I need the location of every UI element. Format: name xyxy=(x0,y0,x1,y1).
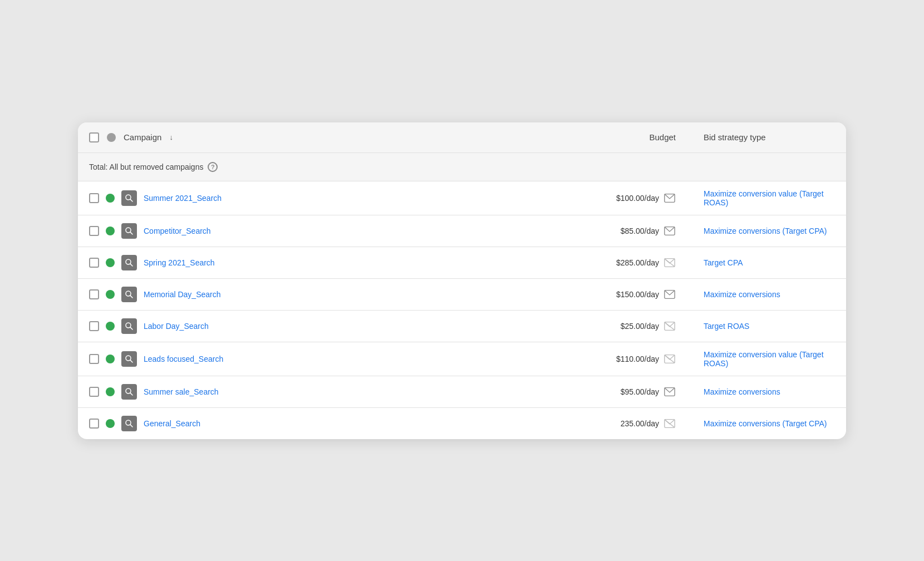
budget-cell: $85.00/day xyxy=(554,215,692,247)
bid-strategy-value-3[interactable]: Target CPA xyxy=(704,258,743,267)
mail-active-icon xyxy=(663,225,676,237)
status-dot-5 xyxy=(106,322,115,331)
mail-active-icon xyxy=(663,288,676,301)
campaign-name-7[interactable]: Summer sale_Search xyxy=(144,387,219,396)
row-checkbox-8[interactable] xyxy=(89,419,99,429)
total-row-label: Total: All but removed campaigns xyxy=(89,163,203,171)
campaign-type-icon-4 xyxy=(121,287,137,302)
campaign-type-icon-8 xyxy=(121,416,137,431)
row-checkbox-6[interactable] xyxy=(89,354,99,364)
budget-cell: 235.00/day xyxy=(554,407,692,439)
budget-col-label: Budget xyxy=(649,132,676,142)
campaign-name-5[interactable]: Labor Day_Search xyxy=(144,322,209,331)
table-row: Labor Day_Search $25.00/day Target ROAS xyxy=(78,310,846,342)
campaign-type-icon-7 xyxy=(121,384,137,400)
campaign-name-4[interactable]: Memorial Day_Search xyxy=(144,290,221,299)
campaign-cell: Spring 2021_Search xyxy=(78,247,554,278)
bid-col-label: Bid strategy type xyxy=(704,132,766,142)
table-row: General_Search 235.00/day Maximize conve… xyxy=(78,407,846,439)
campaign-cell: Memorial Day_Search xyxy=(78,278,554,310)
campaign-type-icon-5 xyxy=(121,318,137,334)
campaign-name-3[interactable]: Spring 2021_Search xyxy=(144,258,215,267)
row-checkbox-7[interactable] xyxy=(89,387,99,397)
campaign-type-icon-1 xyxy=(121,190,137,206)
campaign-cell: General_Search xyxy=(78,407,554,439)
mail-inactive-icon xyxy=(663,257,676,269)
budget-value-4: $150.00/day xyxy=(616,290,659,299)
status-dot-2 xyxy=(106,227,115,235)
mail-active-icon xyxy=(663,192,676,204)
budget-cell: $150.00/day xyxy=(554,278,692,310)
campaign-name-8[interactable]: General_Search xyxy=(144,419,200,428)
bid-strategy-value-6[interactable]: Maximize conversion value (Target ROAS) xyxy=(704,350,824,368)
budget-value-7: $95.00/day xyxy=(621,387,659,396)
mail-active-icon xyxy=(663,386,676,398)
bid-strategy-cell: Maximize conversions xyxy=(692,376,846,407)
bid-strategy-cell: Target ROAS xyxy=(692,310,846,342)
campaign-cell: Competitor_Search xyxy=(78,215,554,247)
campaign-name-2[interactable]: Competitor_Search xyxy=(144,227,211,235)
mail-inactive-icon xyxy=(663,353,676,365)
campaign-col-label: Campaign xyxy=(124,132,161,142)
bid-strategy-cell: Target CPA xyxy=(692,247,846,278)
bid-strategy-value-1[interactable]: Maximize conversion value (Target ROAS) xyxy=(704,189,824,207)
bid-strategy-cell: Maximize conversions xyxy=(692,278,846,310)
campaign-cell: Labor Day_Search xyxy=(78,310,554,342)
row-checkbox-3[interactable] xyxy=(89,258,99,268)
bid-strategy-cell: Maximize conversions (Target CPA) xyxy=(692,215,846,247)
mail-inactive-icon xyxy=(663,417,676,430)
help-icon[interactable]: ? xyxy=(208,162,218,172)
campaign-column-header: Campaign ↓ xyxy=(78,122,554,153)
status-dot-7 xyxy=(106,387,115,396)
row-checkbox-1[interactable] xyxy=(89,193,99,203)
table-row: Summer 2021_Search $100.00/day Maximize … xyxy=(78,181,846,215)
bid-strategy-value-8[interactable]: Maximize conversions (Target CPA) xyxy=(704,419,827,428)
budget-cell: $25.00/day xyxy=(554,310,692,342)
campaign-cell: Leads focused_Search xyxy=(78,342,554,376)
svg-line-11 xyxy=(130,295,132,297)
budget-cell: $95.00/day xyxy=(554,376,692,407)
table-row: Competitor_Search $85.00/day Maximize co… xyxy=(78,215,846,247)
budget-value-8: 235.00/day xyxy=(621,419,659,428)
table-row: Summer sale_Search $95.00/day Maximize c… xyxy=(78,376,846,407)
budget-cell: $100.00/day xyxy=(554,181,692,215)
bid-strategy-column-header: Bid strategy type xyxy=(692,122,846,153)
sort-arrow-icon[interactable]: ↓ xyxy=(169,133,173,141)
table-row: Memorial Day_Search $150.00/day Maximize… xyxy=(78,278,846,310)
svg-line-14 xyxy=(130,327,132,329)
budget-value-1: $100.00/day xyxy=(616,194,659,203)
row-checkbox-5[interactable] xyxy=(89,321,99,331)
row-checkbox-4[interactable] xyxy=(89,289,99,299)
budget-value-5: $25.00/day xyxy=(621,322,659,331)
table-row: Spring 2021_Search $285.00/day Target CP… xyxy=(78,247,846,278)
budget-cell: $110.00/day xyxy=(554,342,692,376)
bid-strategy-cell: Maximize conversions (Target CPA) xyxy=(692,407,846,439)
bid-strategy-cell: Maximize conversion value (Target ROAS) xyxy=(692,342,846,376)
status-dot-4 xyxy=(106,290,115,299)
budget-value-2: $85.00/day xyxy=(621,227,659,235)
table-header-row: Campaign ↓ Budget Bid strategy type xyxy=(78,122,846,153)
bid-strategy-value-5[interactable]: Target ROAS xyxy=(704,322,749,331)
campaign-name-1[interactable]: Summer 2021_Search xyxy=(144,194,222,203)
bid-strategy-value-4[interactable]: Maximize conversions xyxy=(704,290,780,299)
svg-line-7 xyxy=(130,263,132,265)
campaign-name-6[interactable]: Leads focused_Search xyxy=(144,355,223,363)
campaign-type-icon-6 xyxy=(121,351,137,367)
status-dot-1 xyxy=(106,194,115,203)
svg-line-1 xyxy=(130,199,132,201)
campaign-cell: Summer 2021_Search xyxy=(78,181,554,215)
bid-strategy-value-2[interactable]: Maximize conversions (Target CPA) xyxy=(704,227,827,235)
budget-value-6: $110.00/day xyxy=(616,355,659,363)
bid-strategy-cell: Maximize conversion value (Target ROAS) xyxy=(692,181,846,215)
status-dot-6 xyxy=(106,355,115,363)
row-checkbox-2[interactable] xyxy=(89,226,99,236)
status-dot-3 xyxy=(106,258,115,267)
campaigns-table-card: Campaign ↓ Budget Bid strategy type Tota… xyxy=(78,122,846,439)
select-all-checkbox[interactable] xyxy=(89,132,99,142)
svg-line-4 xyxy=(130,232,132,234)
bid-strategy-value-7[interactable]: Maximize conversions xyxy=(704,387,780,396)
campaign-type-icon-2 xyxy=(121,223,137,239)
campaign-cell: Summer sale_Search xyxy=(78,376,554,407)
budget-value-3: $285.00/day xyxy=(616,258,659,267)
header-status-dot xyxy=(107,133,116,142)
